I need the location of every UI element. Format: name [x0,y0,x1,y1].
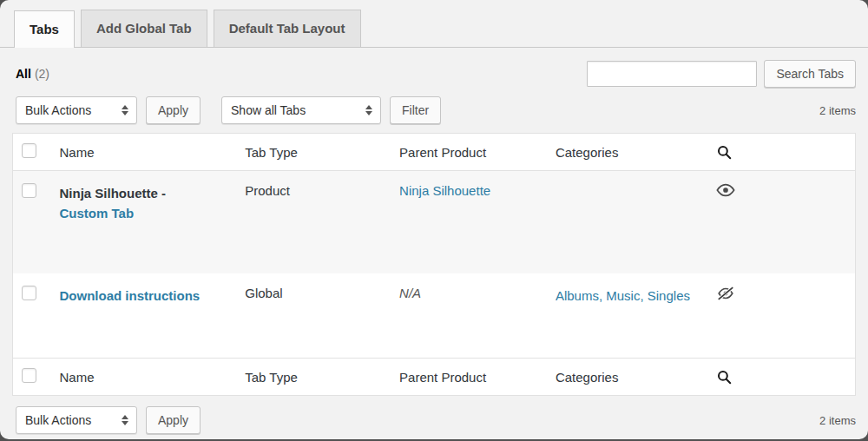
table-row: Download instructions Global N/A Albums,… [13,273,856,359]
table-footer-row: Name Tab Type Parent Product Categories [13,359,856,396]
tabs-admin-page: Tabs Add Global Tab Default Tab Layout A… [0,0,868,439]
search-box: Search Tabs [587,60,856,88]
nav-tab-bar: Tabs Add Global Tab Default Tab Layout [0,0,868,48]
category-link[interactable]: Music [606,288,640,303]
category-link[interactable]: Albums [556,288,599,303]
tab-add-global-tab[interactable]: Add Global Tab [81,10,207,47]
row-checkbox[interactable] [22,183,36,198]
bottom-toolbar: Bulk Actions Apply 2 items [0,396,868,439]
search-tabs-input[interactable] [587,61,757,87]
visibility-eye-slash-icon[interactable] [716,286,735,301]
parent-product-na: N/A [399,286,421,300]
category-separator: , [640,288,647,303]
parent-product-link[interactable]: Ninja Silhouette [399,183,490,198]
column-footer-name: Name [50,359,236,396]
bulk-actions-value: Bulk Actions [25,103,91,117]
views-search-row: All(2) Search Tabs [0,48,868,88]
tab-default-tab-layout[interactable]: Default Tab Layout [214,10,361,47]
tab-tabs[interactable]: Tabs [14,10,75,48]
select-arrows-icon [122,105,128,115]
bulk-actions-select[interactable]: Bulk Actions [16,96,137,124]
view-all-link[interactable]: All [16,67,31,81]
tab-type-cell: Global [236,273,391,359]
bulk-actions-select-bottom[interactable]: Bulk Actions [16,406,137,434]
column-footer-categories: Categories [547,359,707,396]
screenshot-frame: Tabs Add Global Tab Default Tab Layout A… [0,0,868,441]
apply-button[interactable]: Apply [146,96,201,124]
column-header-categories: Categories [547,134,707,171]
column-header-visibility [707,134,856,171]
tab-filter-select[interactable]: Show all Tabs [221,96,381,124]
bulk-actions-value: Bulk Actions [25,413,91,427]
row-checkbox[interactable] [22,286,36,300]
tab-name-link[interactable]: Custom Tab [59,206,134,220]
category-separator: , [599,288,606,303]
search-icon [716,369,846,385]
top-toolbar: Bulk Actions Apply Show all Tabs Filter … [0,88,868,131]
category-link[interactable]: Singles [648,288,690,303]
select-arrows-icon [122,415,128,425]
table-header-row: Name Tab Type Parent Product Categories [13,134,856,171]
items-count-bottom: 2 items [819,414,856,427]
search-icon [716,144,846,161]
search-tabs-button[interactable]: Search Tabs [764,60,856,88]
column-header-tab-type: Tab Type [236,134,391,171]
filter-button[interactable]: Filter [390,96,441,124]
select-all-checkbox[interactable] [22,368,36,383]
select-arrows-icon [365,105,372,115]
select-all-checkbox[interactable] [22,143,36,158]
column-footer-visibility [707,359,856,396]
column-header-parent-product: Parent Product [391,134,547,171]
items-count: 2 items [819,104,856,117]
categories-cell [547,171,707,273]
tab-filter-value: Show all Tabs [231,103,306,117]
column-footer-parent-product: Parent Product [391,359,547,396]
visibility-eye-icon[interactable] [716,183,735,197]
column-footer-tab-type: Tab Type [236,359,391,396]
apply-button-bottom[interactable]: Apply [146,406,201,434]
column-header-name: Name [50,134,236,171]
tab-type-cell: Product [236,171,391,273]
view-filter-all: All(2) [16,67,49,81]
tabs-table: Name Tab Type Parent Product Categories [12,133,856,396]
tab-name-text: Ninja Silhouette - [59,183,227,203]
categories-cell: Albums, Music, Singles [547,273,707,359]
tab-name-link[interactable]: Download instructions [59,288,200,303]
view-all-count: (2) [35,67,49,81]
table-row: Ninja Silhouette - Custom Tab Product Ni… [13,171,856,273]
